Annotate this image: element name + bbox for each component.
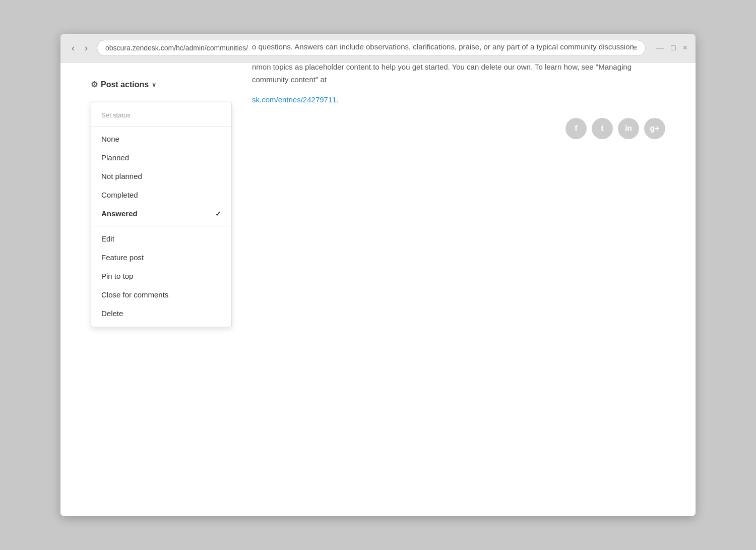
- action-pin-to-top[interactable]: Pin to top: [91, 267, 231, 285]
- chevron-down-icon: ∨: [152, 81, 156, 88]
- googleplus-icon[interactable]: g+: [644, 118, 665, 139]
- linkedin-icon[interactable]: in: [618, 118, 639, 139]
- status-planned[interactable]: Planned: [91, 148, 231, 167]
- gear-icon: ⚙: [91, 80, 98, 89]
- status-answered[interactable]: Answered ✓: [91, 204, 231, 223]
- divider-top: [91, 126, 231, 127]
- action-close-for-comments[interactable]: Close for comments: [91, 285, 231, 304]
- article-reference-link[interactable]: sk.com/entries/24279711.: [252, 95, 339, 104]
- action-feature-post[interactable]: Feature post: [91, 248, 231, 267]
- browser-window: ‹ › obscura.zendesk.com/hc/admin/communi…: [60, 34, 696, 516]
- forward-button[interactable]: ›: [82, 42, 91, 54]
- article-para-2: o questions. Answers can include observa…: [252, 40, 665, 53]
- status-none[interactable]: None: [91, 130, 231, 148]
- status-not-planned[interactable]: Not planned: [91, 167, 231, 186]
- nav-buttons: ‹ ›: [69, 42, 91, 54]
- page-content: ⚙ Post actions ∨ Set status None Planned…: [60, 63, 696, 516]
- maximize-button[interactable]: □: [671, 43, 676, 52]
- action-delete[interactable]: Delete: [91, 304, 231, 323]
- set-status-label: Set status: [91, 106, 231, 123]
- url-text: obscura.zendesk.com/hc/admin/communities…: [105, 44, 248, 52]
- close-button[interactable]: ×: [683, 43, 687, 52]
- divider-middle: [91, 226, 231, 226]
- action-edit[interactable]: Edit: [91, 229, 231, 248]
- facebook-icon[interactable]: f: [565, 118, 587, 139]
- back-button[interactable]: ‹: [69, 42, 78, 54]
- article-area: mmunity? · 3 08:23 ANSWERED Unfollow 11 …: [252, 34, 665, 139]
- post-actions-label: Post actions: [101, 80, 149, 89]
- twitter-icon[interactable]: t: [592, 118, 613, 139]
- post-actions-dropdown: Set status None Planned Not planned Comp…: [91, 102, 232, 327]
- article-body: munity consists of questions and answers…: [252, 34, 665, 106]
- social-icons: f t in g+: [252, 118, 665, 139]
- check-icon: ✓: [215, 210, 221, 218]
- status-completed[interactable]: Completed: [91, 186, 231, 204]
- post-actions-button[interactable]: ⚙ Post actions ∨: [91, 78, 156, 91]
- article-para-3: nmon topics as placeholder content to he…: [252, 60, 665, 86]
